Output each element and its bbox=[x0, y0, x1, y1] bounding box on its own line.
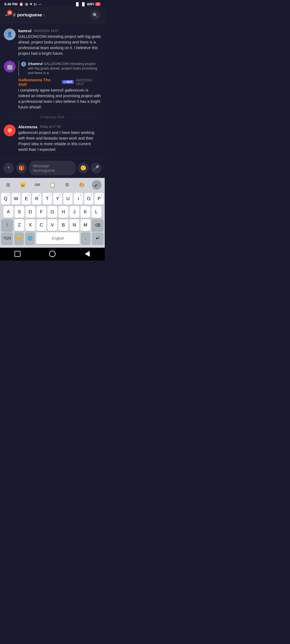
key-D[interactable]: D bbox=[26, 206, 35, 218]
avatar-kamrul: 👤 bbox=[4, 28, 16, 40]
key-A[interactable]: A bbox=[3, 206, 13, 218]
key-O[interactable]: 9O bbox=[84, 193, 93, 205]
key-U[interactable]: 7U bbox=[63, 193, 73, 205]
search-button[interactable]: 🔍 bbox=[90, 10, 100, 20]
message-input-bar: + 🎁 Message #portuguese 🙂 🎤 bbox=[0, 158, 105, 178]
gif-label: GIF bbox=[35, 183, 41, 187]
key-T[interactable]: 5T bbox=[43, 193, 52, 205]
key-H[interactable]: H bbox=[59, 206, 68, 218]
shift-icon: ⇧ bbox=[5, 222, 9, 228]
clipboard-button[interactable]: 📋 bbox=[48, 180, 57, 190]
recent-nav-button[interactable] bbox=[83, 250, 91, 258]
key-M[interactable]: M bbox=[81, 219, 90, 231]
apps-icon: ⊞ bbox=[6, 182, 10, 188]
emoji-key[interactable]: 😊 bbox=[14, 232, 24, 244]
avatar-img: 👤 bbox=[4, 28, 16, 40]
triangle-icon bbox=[85, 251, 90, 257]
key-W[interactable]: 2W bbox=[12, 193, 21, 205]
key-Z[interactable]: Z bbox=[15, 219, 24, 231]
square-icon bbox=[15, 251, 20, 257]
key-row-4: ?123 😊 🌐 English . ↵ bbox=[1, 232, 104, 244]
alarm-icon: ⏰ bbox=[19, 2, 23, 6]
message-header-bot: Galleoneena The Shill ✓ BOT 04/02/2024 1… bbox=[18, 78, 101, 87]
key-K[interactable]: K bbox=[81, 206, 90, 218]
key-B[interactable]: B bbox=[59, 219, 68, 231]
date-separator: 6 February 2024 bbox=[0, 112, 105, 122]
key-V[interactable]: V bbox=[48, 219, 57, 231]
key-F[interactable]: F bbox=[37, 206, 46, 218]
symbols-key[interactable]: ?123 bbox=[1, 232, 13, 244]
palette-button[interactable]: 🎨 bbox=[77, 180, 87, 190]
shift-key[interactable]: ⇧ bbox=[1, 219, 13, 231]
settings-button[interactable]: ⚙ bbox=[62, 180, 72, 190]
mic-button[interactable]: 🎤 bbox=[91, 163, 102, 173]
dots-icon: ··· bbox=[38, 2, 41, 6]
username-alexmusa: Alexmusa bbox=[18, 125, 37, 129]
key-Q[interactable]: 1Q bbox=[1, 193, 10, 205]
key-E[interactable]: 3E bbox=[22, 193, 31, 205]
status-right: ▐▌ ▐▌ WiFi 17 bbox=[75, 2, 100, 6]
message-bot: 🤖 👤 @kamrul GALLEONCOIN Intresting proje… bbox=[0, 58, 105, 112]
time: 5:40 PM bbox=[4, 2, 17, 6]
key-N[interactable]: N bbox=[70, 219, 79, 231]
status-left: 5:40 PM ⏰ ◎ ✈ ▷ ··· bbox=[4, 2, 41, 6]
telegram-icon: ◎ bbox=[25, 2, 28, 6]
timestamp-bot: 04/02/2024 19:07 bbox=[76, 78, 101, 86]
sticker-icon: 😄 bbox=[20, 182, 26, 188]
message-content-kamrul: kamrul 04/02/2024 19:07 GALLEONCOIN Intr… bbox=[18, 28, 101, 56]
message-header-alexmusa: Alexmusa Today at 17:39 bbox=[18, 125, 101, 129]
key-L[interactable]: L bbox=[92, 206, 101, 218]
space-key[interactable]: English bbox=[36, 232, 79, 244]
avatar-alexmusa: ⊕ bbox=[4, 125, 16, 136]
key-R[interactable]: 4R bbox=[32, 193, 41, 205]
key-G[interactable]: G bbox=[48, 206, 57, 218]
period-key[interactable]: . bbox=[81, 232, 90, 244]
back-button[interactable]: ← 46 bbox=[4, 12, 10, 19]
notification-badge: 46 bbox=[7, 10, 12, 15]
key-S[interactable]: S bbox=[15, 206, 24, 218]
keyboard-toolbar: ⊞ 😄 GIF 📋 ⚙ 🎨 🎤 bbox=[0, 178, 105, 192]
mic-icon: 🎤 bbox=[93, 165, 99, 171]
emoji-button[interactable]: 🙂 bbox=[78, 163, 89, 173]
header-left: ← 46 # portuguese › bbox=[4, 12, 45, 19]
gear-icon: ⚙ bbox=[65, 182, 69, 188]
keyboard-mic-button[interactable]: 🎤 bbox=[92, 180, 102, 190]
home-nav-button[interactable] bbox=[13, 250, 21, 258]
channel-name: portuguese bbox=[17, 12, 42, 18]
key-X[interactable]: X bbox=[26, 219, 35, 231]
key-J[interactable]: J bbox=[70, 206, 79, 218]
circle-icon bbox=[49, 251, 56, 257]
message-text-bot: i completely agree kamrul! galleoncoin i… bbox=[18, 87, 101, 110]
message-content-alexmusa: Alexmusa Today at 17:39 galleoncoin proj… bbox=[18, 125, 101, 152]
key-P[interactable]: 0P bbox=[95, 193, 104, 205]
discord-logo-icon: ⊕ bbox=[7, 127, 12, 134]
chat-area: 👤 kamrul 04/02/2024 19:07 GALLEONCOIN In… bbox=[0, 23, 105, 158]
clipboard-icon: 📋 bbox=[49, 182, 55, 188]
username-bot: Galleoneena The Shill bbox=[18, 78, 60, 87]
location-icon: ✈ bbox=[30, 2, 32, 6]
gif-button[interactable]: GIF bbox=[33, 180, 42, 190]
gift-button[interactable]: 🎁 bbox=[16, 163, 27, 173]
globe-key[interactable]: 🌐 bbox=[25, 232, 35, 244]
reply-username: @kamrul bbox=[28, 62, 42, 66]
back-nav-button[interactable] bbox=[48, 250, 56, 258]
enter-key[interactable]: ↵ bbox=[92, 232, 104, 244]
keyboard-sticker-button[interactable]: 😄 bbox=[18, 180, 28, 190]
channel-info[interactable]: # portuguese › bbox=[13, 12, 45, 18]
keyboard-apps-button[interactable]: ⊞ bbox=[3, 180, 13, 190]
play-icon: ▷ bbox=[34, 2, 37, 6]
checkmark-icon: ✓ bbox=[64, 80, 66, 83]
delete-key[interactable]: ⌫ bbox=[92, 219, 104, 231]
emoji-icon: 🙂 bbox=[80, 165, 86, 171]
message-input[interactable]: Message #portuguese bbox=[29, 161, 76, 175]
battery-icon: 17 bbox=[95, 2, 100, 6]
add-button[interactable]: + bbox=[3, 163, 14, 173]
key-I[interactable]: 8I bbox=[74, 193, 83, 205]
key-C[interactable]: C bbox=[37, 219, 46, 231]
plus-icon: + bbox=[7, 165, 10, 171]
message-header-kamrul: kamrul 04/02/2024 19:07 bbox=[18, 28, 101, 33]
key-Y[interactable]: 6Y bbox=[53, 193, 62, 205]
keyboard: 1Q 2W 3E 4R 5T 6Y 7U 8I 9O 0P A S D F G … bbox=[0, 192, 105, 248]
bot-label: BOT bbox=[67, 80, 72, 83]
timestamp-kamrul: 04/02/2024 19:07 bbox=[34, 29, 59, 33]
